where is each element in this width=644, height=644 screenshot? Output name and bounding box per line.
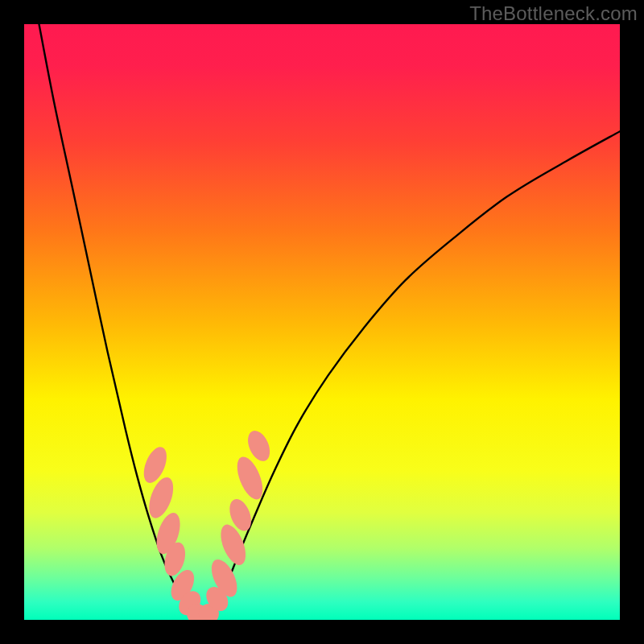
chart-background-gradient	[24, 24, 620, 620]
watermark-text: TheBottleneck.com	[469, 2, 638, 25]
bottleneck-curve-chart	[24, 24, 620, 620]
chart-frame	[24, 24, 620, 620]
